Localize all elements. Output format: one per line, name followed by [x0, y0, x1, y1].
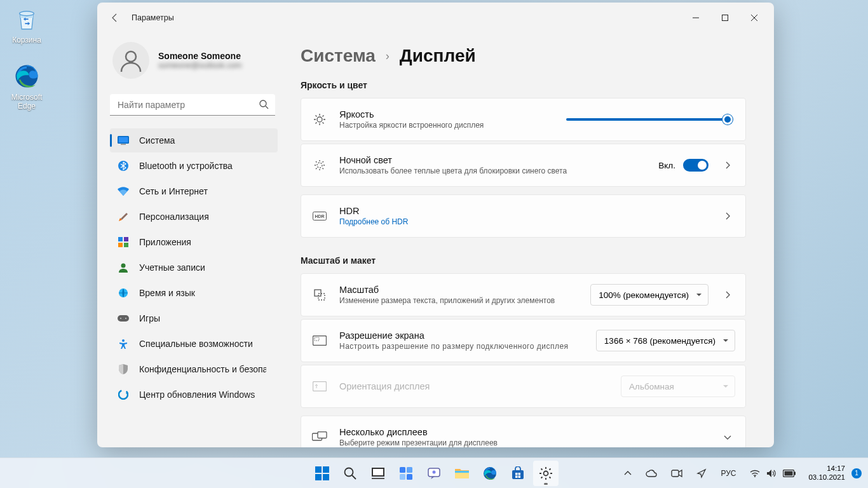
night-light-toggle[interactable]: [683, 159, 709, 172]
taskbar-task-view[interactable]: [365, 461, 391, 486]
svg-rect-25: [318, 294, 325, 300]
accessibility-icon: [118, 338, 129, 349]
sidebar-item-label: Центр обновления Windows: [139, 390, 255, 400]
svg-text:HDR: HDR: [315, 214, 324, 219]
tray-network-sound-battery[interactable]: [743, 461, 802, 486]
tray-onedrive[interactable]: [639, 461, 663, 486]
svg-point-35: [345, 468, 353, 476]
tray-language[interactable]: РУС: [714, 461, 742, 486]
search-icon: [259, 99, 269, 109]
slider-thumb[interactable]: [722, 114, 733, 125]
notification-badge[interactable]: 1: [851, 468, 862, 478]
row-title: Ориентация дисплея: [339, 381, 609, 391]
svg-rect-12: [124, 243, 128, 247]
minimize-button[interactable]: [681, 8, 710, 28]
row-title: Несколько дисплеев: [339, 427, 709, 437]
desktop-icon-recycle-bin[interactable]: Корзина: [3, 4, 51, 44]
chevron-right-icon[interactable]: [720, 291, 735, 299]
taskbar-search[interactable]: [337, 461, 363, 486]
resolution-select[interactable]: 868 × 488 (рекомендуется): [596, 330, 735, 351]
desktop-icon-label: Microsoft Edge: [3, 93, 51, 111]
row-night-light[interactable]: Ночной свет Использовать более теплые цв…: [301, 144, 745, 186]
taskbar-explorer[interactable]: [449, 461, 475, 486]
svg-point-52: [544, 471, 548, 475]
tray-meet-now[interactable]: [665, 461, 689, 486]
sidebar-item-system[interactable]: Система: [110, 128, 278, 152]
taskbar-edge[interactable]: [477, 461, 503, 486]
row-subtitle: Изменение размера текста, приложений и д…: [339, 296, 579, 305]
row-multiple-displays[interactable]: Несколько дисплеев Выберите режим презен…: [301, 416, 745, 447]
svg-rect-42: [407, 474, 412, 480]
scale-select[interactable]: 100% (рекомендуется): [590, 284, 709, 306]
displays-icon: [311, 431, 328, 443]
taskbar-chat[interactable]: [421, 461, 447, 486]
svg-point-16: [120, 318, 121, 319]
sidebar-item-apps[interactable]: Приложения: [110, 230, 278, 254]
wifi-icon: [750, 470, 760, 477]
chevron-right-icon[interactable]: [720, 212, 735, 220]
sidebar-item-personalization[interactable]: Персонализация: [110, 205, 278, 229]
sidebar-item-accounts[interactable]: Учетные записи: [110, 255, 278, 280]
svg-rect-33: [315, 474, 322, 480]
row-subtitle: Настройка яркости встроенного дисплея: [339, 121, 555, 130]
sidebar-item-windows-update[interactable]: Центр обновления Windows: [110, 383, 278, 407]
row-hdr[interactable]: HDR HDR Подробнее об HDR: [301, 195, 745, 237]
person-icon: [118, 262, 129, 273]
row-title: Яркость: [339, 109, 555, 119]
chevron-right-icon[interactable]: [720, 161, 735, 169]
breadcrumb-parent[interactable]: Система: [301, 46, 376, 66]
sun-icon: [311, 113, 328, 126]
svg-rect-51: [519, 475, 521, 478]
svg-rect-7: [121, 144, 126, 146]
sidebar-item-network[interactable]: Сеть и Интернет: [110, 179, 278, 203]
svg-rect-50: [515, 475, 518, 478]
taskbar-store[interactable]: [505, 461, 531, 486]
sidebar-item-bluetooth[interactable]: Bluetooth и устройства: [110, 154, 278, 178]
svg-point-0: [20, 11, 34, 16]
tray-clock[interactable]: 14:17 03.10.2021: [803, 464, 850, 482]
hdr-link[interactable]: Подробнее об HDR: [339, 217, 709, 226]
maximize-button[interactable]: [710, 8, 740, 28]
tray-location[interactable]: [690, 461, 713, 486]
brush-icon: [118, 211, 129, 222]
sidebar-item-label: Персонализация: [139, 212, 209, 222]
taskbar: РУС 14:17 03.10.2021 1: [0, 458, 868, 488]
svg-rect-39: [400, 467, 405, 473]
sidebar-item-privacy[interactable]: Конфиденциальность и безопасность: [110, 357, 278, 381]
svg-rect-53: [672, 470, 679, 477]
section-brightness-color: Яркость и цвет: [301, 80, 746, 90]
search-input[interactable]: [110, 94, 275, 116]
brightness-slider[interactable]: [566, 118, 731, 121]
sidebar-item-label: Время и язык: [139, 288, 195, 298]
row-subtitle: Выберите режим презентации для дисплеев: [339, 438, 709, 447]
desktop-icon-edge[interactable]: Microsoft Edge: [3, 61, 51, 111]
svg-rect-57: [785, 471, 793, 475]
chevron-down-icon[interactable]: [720, 433, 735, 441]
sidebar-item-accessibility[interactable]: Специальные возможности: [110, 332, 278, 356]
back-button[interactable]: [102, 6, 128, 29]
svg-rect-9: [118, 237, 123, 241]
svg-rect-6: [119, 137, 128, 143]
start-button[interactable]: [309, 461, 335, 486]
taskbar-settings[interactable]: [533, 461, 559, 486]
profile-block[interactable]: Someone Someone someone@outlook.com: [110, 33, 278, 94]
tray-overflow[interactable]: [618, 461, 638, 486]
content-area: Система › Дисплей Яркость и цвет Яркость…: [285, 33, 774, 447]
sidebar-item-time-language[interactable]: Время и язык: [110, 281, 278, 305]
svg-rect-2: [722, 15, 728, 21]
toggle-state-label: Вкл.: [658, 161, 675, 170]
row-resolution: Разрешение экрана Настроить разрешение п…: [301, 320, 745, 362]
sidebar-item-label: Игры: [139, 313, 160, 323]
close-button[interactable]: [740, 8, 769, 28]
taskbar-widgets[interactable]: [393, 461, 419, 486]
svg-rect-15: [118, 315, 129, 322]
bluetooth-icon: [118, 160, 129, 172]
row-scale[interactable]: Масштаб Изменение размера текста, прилож…: [301, 274, 745, 316]
avatar: [112, 42, 149, 79]
profile-email: someone@outlook.com: [158, 61, 242, 70]
svg-rect-34: [323, 474, 329, 480]
sidebar-item-gaming[interactable]: Игры: [110, 306, 278, 330]
svg-point-20: [317, 117, 322, 122]
row-title: Разрешение экрана: [339, 330, 585, 341]
svg-rect-41: [400, 474, 405, 480]
